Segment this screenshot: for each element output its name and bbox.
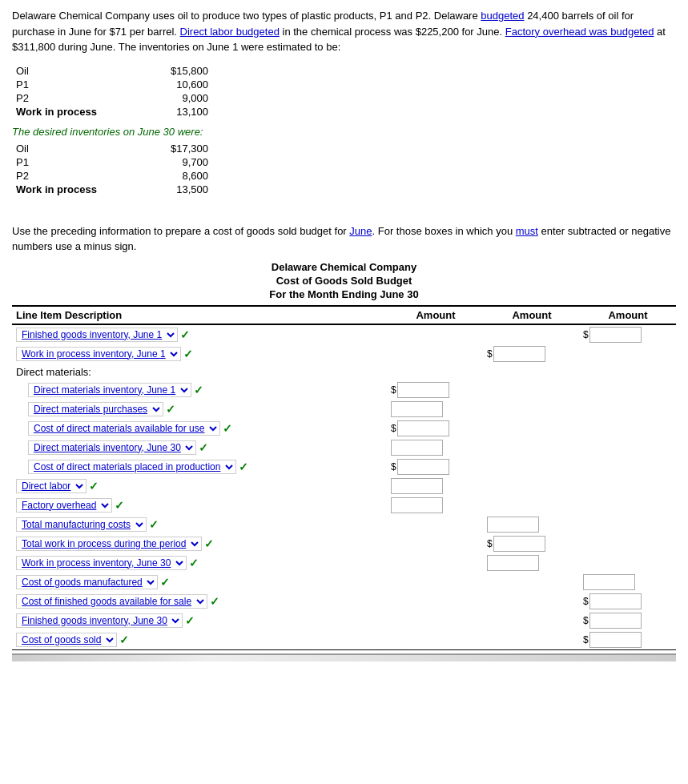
direct-materials-label: Direct materials: [12,364,388,380]
wip-june30-input[interactable] [487,555,539,571]
desired-inventories-header: The desired inventories on June 30 were: [12,126,676,138]
cost-fg-available-dropdown-cell: Cost of finished goods available for sal… [16,594,384,609]
dm-available-check: ✓ [223,422,232,435]
instruction-text: Use the preceding information to prepare… [12,223,676,255]
june30-inventory-table: Oil $17,300 P1 9,700 P2 8,600 Work in pr… [16,143,676,195]
finished-goods-june1-input[interactable] [589,327,642,343]
dm-inv-june30-col1 [388,438,484,457]
dm-inv-june1-select[interactable]: Direct materials inventory, June 1 [28,383,191,397]
dm-inv-june30-dropdown-cell: Direct materials inventory, June 30 ✓ [28,440,384,455]
table-row: Work in process inventory, June 30 ✓ [12,553,676,573]
cost-goods-sold-select[interactable]: Cost of goods sold [16,633,117,647]
finished-goods-june1-check: ✓ [180,328,190,341]
cost-fg-available-check: ✓ [210,595,219,608]
table-row: Total manufacturing costs ✓ [12,515,676,534]
dm-available-select[interactable]: Cost of direct materials available for u… [28,421,220,436]
dm-purchases-check: ✓ [166,403,175,416]
wip-june1-check: ✓ [183,348,193,360]
inv30-p2-value: 8,600 [144,170,208,182]
inv-p1-value: 10,600 [144,78,208,90]
dollar-sign: $ [583,634,589,645]
dm-inv-june1-input[interactable] [397,382,449,398]
dollar-sign: $ [583,615,589,626]
total-mfg-costs-select[interactable]: Total manufacturing costs [16,517,147,532]
table-row: Direct materials inventory, June 1 ✓ $ [12,380,676,400]
col-header-description: Line Item Description [12,306,388,324]
col-header-amount1: Amount [388,306,484,324]
dm-placed-input[interactable] [397,459,449,475]
inv30-oil-label: Oil [16,143,144,155]
dollar-sign: $ [391,423,396,434]
dm-available-dropdown-cell: Cost of direct materials available for u… [28,421,384,436]
total-mfg-costs-check: ✓ [149,518,159,531]
dm-available-input[interactable] [397,420,449,436]
table-row: Factory overhead ✓ [12,496,676,515]
inv-oil-value: $15,800 [144,65,208,77]
table-row: Cost of goods manufactured ✓ [12,573,676,592]
inv-wip-value: 13,100 [144,106,208,118]
dm-inv-june1-check: ✓ [194,384,203,396]
fg-inv-june30-input[interactable] [589,613,642,629]
inv-p2-label: P2 [16,92,144,104]
direct-labor-input[interactable] [391,478,443,494]
dollar-sign: $ [583,329,589,340]
period-title: For the Month Ending June 30 [12,288,676,300]
wip-june1-select[interactable]: Work in process inventory, June 1 [16,347,181,361]
inv30-p2-label: P2 [16,170,144,182]
total-wip-select[interactable]: Total work in process during the period [16,537,202,551]
wip-june30-col2 [484,553,580,573]
dm-inv-june30-check: ✓ [199,441,208,454]
cost-goods-mfg-dropdown-cell: Cost of goods manufactured ✓ [16,575,384,589]
fg-inv-june30-check: ✓ [185,614,195,627]
dm-inv-june1-col1: $ [388,380,484,400]
budget-table: Line Item Description Amount Amount Amou… [12,305,676,650]
finished-goods-june1-dropdown-cell: Finished goods inventory, June 1 ✓ [16,328,384,342]
fg-inv-june30-select[interactable]: Finished goods inventory, June 30 [16,613,183,628]
cost-fg-available-input[interactable] [589,593,642,609]
total-wip-input[interactable] [493,536,545,552]
dm-inv-june30-select[interactable]: Direct materials inventory, June 30 [28,440,196,455]
finished-goods-june1-select[interactable]: Finished goods inventory, June 1 [16,328,178,342]
cost-goods-mfg-select[interactable]: Cost of goods manufactured [16,575,158,589]
wip-june30-dropdown-cell: Work in process inventory, June 30 ✓ [16,556,384,570]
dm-purchases-input[interactable] [391,401,443,417]
wip-june1-col1 [388,344,484,364]
table-row: Direct materials inventory, June 30 ✓ [12,438,676,457]
table-row: Cost of finished goods available for sal… [12,592,676,611]
wip-june1-col2: $ [484,344,580,364]
table-row: Direct materials: [12,364,676,380]
dm-inv-june1-dropdown-cell: Direct materials inventory, June 1 ✓ [28,383,384,397]
dm-purchases-col1 [388,400,484,419]
direct-labor-select[interactable]: Direct labor [16,479,87,493]
dm-purchases-select[interactable]: Direct materials purchases [28,402,163,416]
inv-p1-label: P1 [16,78,144,90]
table-row: Finished goods inventory, June 30 ✓ $ [12,611,676,630]
wip-june1-col3 [580,344,676,364]
inv-p2-value: 9,000 [144,92,208,104]
inv30-oil-value: $17,300 [144,143,208,155]
dm-placed-select[interactable]: Cost of direct materials placed in produ… [28,460,236,474]
total-wip-check: ✓ [204,537,214,550]
total-mfg-costs-input[interactable] [487,517,539,533]
table-row: Finished goods inventory, June 1 ✓ $ [12,324,676,344]
table-row: Cost of goods sold ✓ $ [12,630,676,650]
dm-purchases-dropdown-cell: Direct materials purchases ✓ [28,402,384,416]
scrollbar[interactable] [12,653,676,661]
cost-fg-available-select[interactable]: Cost of finished goods available for sal… [16,594,207,609]
table-row: Total work in process during the period … [12,534,676,553]
dollar-sign: $ [391,461,396,472]
wip-june30-select[interactable]: Work in process inventory, June 30 [16,556,187,570]
cost-goods-mfg-input[interactable] [583,574,635,590]
cost-goods-sold-input[interactable] [589,632,642,648]
fg-inv-june30-dropdown-cell: Finished goods inventory, June 30 ✓ [16,613,384,628]
inv30-wip-label: Work in process [16,183,144,195]
factory-overhead-select[interactable]: Factory overhead [16,498,112,513]
wip-june1-input[interactable] [493,346,545,362]
factory-overhead-input[interactable] [391,497,443,513]
budget-title: Cost of Goods Sold Budget [12,275,676,287]
table-row: Direct labor ✓ [12,476,676,496]
inv30-p1-value: 9,700 [144,156,208,168]
finished-goods-june1-col1 [388,324,484,344]
dm-inv-june30-input[interactable] [391,440,443,456]
cost-goods-mfg-check: ✓ [160,576,170,589]
